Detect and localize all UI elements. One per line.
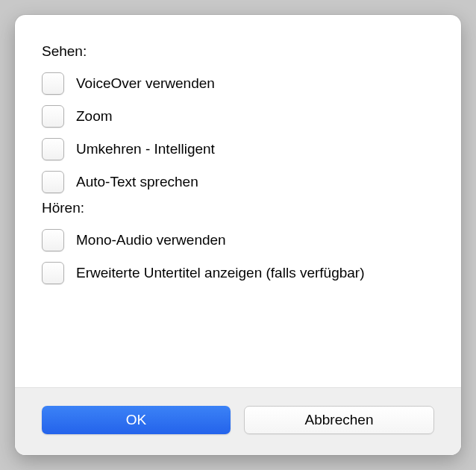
checkbox-row-speak-autotext: Auto-Text sprechen — [42, 166, 434, 198]
checkbox-label-invert: Umkehren - Intelligent — [76, 141, 215, 157]
checkbox-row-mono-audio: Mono-Audio verwenden — [42, 224, 434, 257]
checkbox-label-mono-audio: Mono-Audio verwenden — [76, 232, 226, 248]
checkbox-label-speak-autotext: Auto-Text sprechen — [76, 174, 198, 190]
checkbox-closed-captions[interactable] — [42, 262, 64, 284]
checkbox-label-voiceover: VoiceOver verwenden — [76, 75, 215, 92]
checkbox-invert[interactable] — [42, 138, 64, 160]
checkbox-row-invert: Umkehren - Intelligent — [42, 133, 434, 166]
checkbox-row-zoom: Zoom — [42, 100, 434, 133]
checkbox-speak-autotext[interactable] — [42, 171, 64, 193]
dialog-content: Sehen: VoiceOver verwenden Zoom Umkehren… — [15, 15, 461, 387]
checkbox-label-zoom: Zoom — [76, 108, 113, 125]
checkbox-row-closed-captions: Erweiterte Untertitel anzeigen (falls ve… — [42, 257, 434, 289]
accessibility-dialog: Sehen: VoiceOver verwenden Zoom Umkehren… — [15, 15, 461, 455]
button-bar: OK Abbrechen — [15, 387, 461, 455]
checkbox-voiceover[interactable] — [42, 72, 64, 95]
ok-button[interactable]: OK — [42, 406, 231, 434]
checkbox-row-voiceover: VoiceOver verwenden — [42, 67, 434, 100]
checkbox-label-closed-captions: Erweiterte Untertitel anzeigen (falls ve… — [76, 265, 365, 281]
checkbox-mono-audio[interactable] — [42, 229, 64, 251]
hearing-section-label: Hören: — [42, 200, 434, 216]
checkbox-zoom[interactable] — [42, 105, 64, 128]
cancel-button[interactable]: Abbrechen — [244, 406, 434, 434]
seeing-section-label: Sehen: — [42, 43, 434, 60]
